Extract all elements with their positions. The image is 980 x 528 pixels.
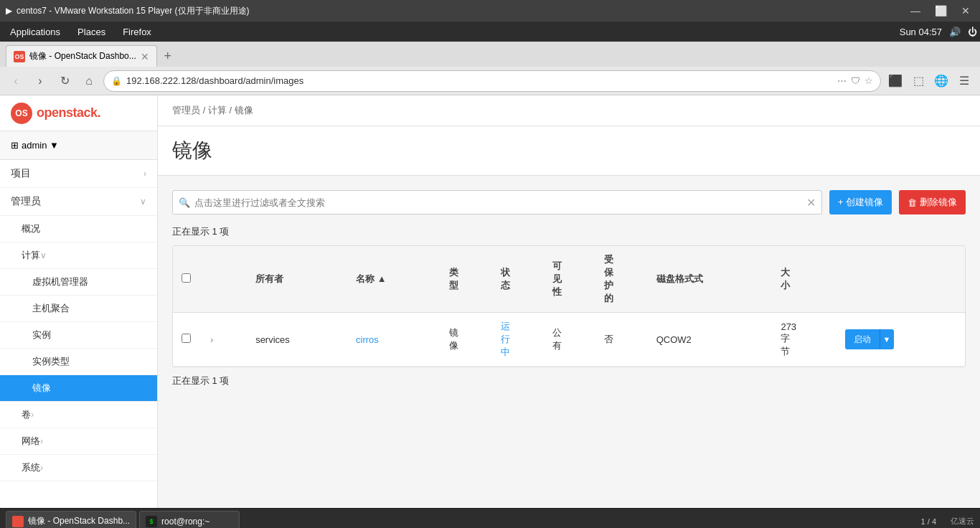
breadcrumb-admin: 管理员 [172,105,200,116]
menu-button[interactable]: ☰ [954,71,974,91]
th-name[interactable]: 名称 ▲ [347,246,440,313]
admin-dropdown[interactable]: ⊞ admin ▼ [0,131,157,160]
firefox-menu[interactable]: Firefox [116,22,159,42]
power-icon[interactable]: ⏻ [968,27,977,37]
sidebar-item-compute[interactable]: 计算 ∨ [0,242,157,269]
action-dropdown-button[interactable]: ▼ [880,329,894,349]
taskbar-terminal-label: root@rong:~ [161,517,209,527]
tab-favicon: OS [14,51,25,62]
shield-icon: 🛡 [851,75,860,86]
places-label: Places [77,27,105,37]
taskbar-pagination: 1 / 4 [921,517,936,526]
th-status-label: 状态 [501,267,510,291]
taskbar-firefox-item[interactable]: 镜像 - OpenStack Dashb... [6,511,136,529]
th-size-label: 大小 [781,267,790,291]
sidebar-item-network[interactable]: 网络 › [0,428,157,455]
size-value: 273字节 [781,321,796,357]
row-select-checkbox[interactable] [182,334,191,343]
search-clear-icon[interactable]: ✕ [806,196,816,209]
url-bar[interactable]: 🔒 192.168.222.128/dashboard/admin/images… [103,70,881,92]
row-protected: 否 [595,313,647,367]
sidebar-item-instance-type[interactable]: 实例类型 [0,349,157,375]
row-name: cirros [347,313,440,367]
launch-button[interactable]: 启动 [845,329,880,349]
applications-menu[interactable]: Applications [3,22,67,42]
sidebar-item-admin[interactable]: 管理员 ∨ [0,188,157,216]
search-input[interactable] [194,197,802,208]
th-actions [837,246,965,313]
firefox-label: Firefox [123,27,151,37]
th-owner[interactable]: 所有者 [247,246,347,313]
th-checkbox [173,246,202,313]
chevron-down-icon2: ∨ [40,250,47,260]
instance-label: 实例 [32,329,51,341]
new-tab-button[interactable]: + [157,45,179,67]
pocket-button[interactable]: 🌐 [931,71,951,91]
sidebar-item-volumes[interactable]: 卷 › [0,402,157,428]
sidebar-item-vm-manager[interactable]: 虚拟机管理器 [0,269,157,296]
bookmarks-button[interactable]: ⬛ [885,71,905,91]
maximize-button[interactable]: ⬜ [930,4,951,18]
image-name-link[interactable]: cirros [356,334,379,345]
sidebar-toggle[interactable]: ⬚ [908,71,928,91]
active-tab[interactable]: OS 镜像 - OpenStack Dashbo... ✕ [6,45,157,67]
lock-icon: 🔒 [111,76,122,86]
browser-tabs: OS 镜像 - OpenStack Dashbo... ✕ + [0,42,980,67]
breadcrumb: 管理员 / 计算 / 镜像 [158,95,980,126]
row-checkbox[interactable] [173,313,202,367]
table-row: › services cirros 镜像 [173,313,965,367]
tab-title: 镜像 - OpenStack Dashbo... [29,50,136,62]
chevron-right-icon4: › [40,463,43,473]
th-status: 状态 [492,246,544,313]
sidebar-item-project[interactable]: 项目 › [0,160,157,188]
search-icon: 🔍 [179,197,190,208]
forward-button[interactable]: › [30,71,50,91]
search-box[interactable]: 🔍 ✕ [172,190,822,214]
th-protected-label: 受保护的 [604,254,613,303]
row-status: 运行中 [492,313,544,367]
th-type-label: 类型 [449,267,458,291]
sidebar-item-system[interactable]: 系统 › [0,455,157,481]
places-menu[interactable]: Places [70,22,113,42]
gnome-menubar: Applications Places Firefox Sun 04:57 🔊 … [0,22,980,42]
bookmark-icon[interactable]: ⋯ [837,75,847,86]
minimize-button[interactable]: — [906,4,925,18]
delete-image-button[interactable]: 🗑 删除镜像 [899,190,966,214]
sidebar-item-host-aggregate[interactable]: 主机聚合 [0,296,157,322]
row-expand[interactable]: › [202,313,247,367]
refresh-button[interactable]: ↻ [55,71,75,91]
sidebar-item-instance[interactable]: 实例 [0,322,157,349]
compute-label: 计算 [22,249,40,262]
expand-icon[interactable]: › [210,334,213,345]
openstack-logo-icon: OS [11,103,32,124]
gnome-menubar-right: Sun 04:57 🔊 ⏻ [900,27,977,37]
star-icon[interactable]: ☆ [864,75,873,86]
visibility-value: 公有 [552,327,562,351]
volumes-label: 卷 [22,408,31,421]
row-type: 镜像 [440,313,492,367]
vm-manager-label: 虚拟机管理器 [32,275,88,288]
sidebar: OS openstack. ⊞ admin ▼ 项目 › 管理员 ∨ 概况 计算 [0,95,158,508]
sidebar-item-image[interactable]: 镜像 [0,375,157,402]
close-button[interactable]: ✕ [957,4,974,18]
row-actions: 启动 ▼ [837,313,965,367]
clock: Sun 04:57 [900,27,942,37]
back-button[interactable]: ‹ [6,71,26,91]
sidebar-item-overview[interactable]: 概况 [0,216,157,242]
taskbar-terminal-icon: $ [146,516,157,527]
th-expand [202,246,247,313]
taskbar-terminal-item[interactable]: $ root@rong:~ [139,511,240,529]
tab-close-button[interactable]: ✕ [141,51,149,62]
th-protected: 受保护的 [595,246,647,313]
speaker-icon: 🔊 [949,27,961,37]
type-value: 镜像 [449,327,458,351]
th-size: 大小 [772,246,836,313]
create-image-button[interactable]: + 创建镜像 [829,190,892,214]
titlebar-controls[interactable]: — ⬜ ✕ [906,4,974,18]
select-all-checkbox[interactable] [182,273,191,283]
th-disk-format: 磁盘格式式 [648,246,773,313]
grid-icon: ⊞ [11,140,19,151]
vmware-icon: ▶ [6,6,12,16]
overview-label: 概况 [22,222,40,235]
home-button[interactable]: ⌂ [79,71,99,91]
